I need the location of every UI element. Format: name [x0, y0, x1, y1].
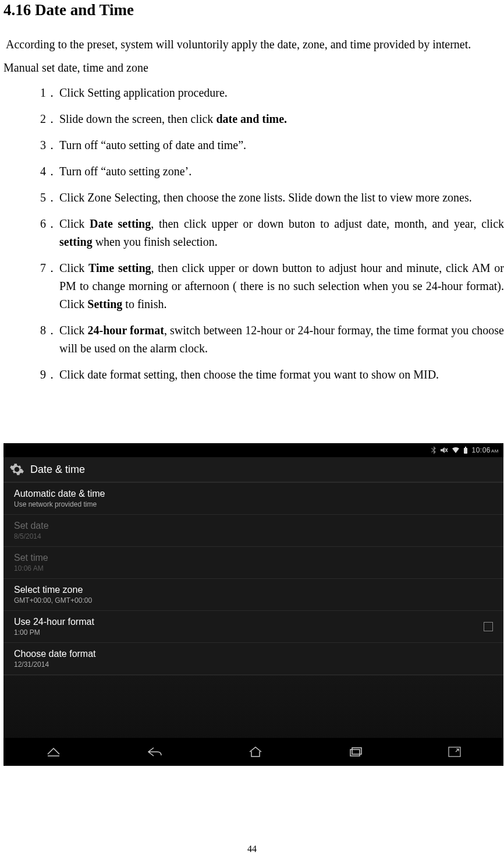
step-number: 1． [40, 84, 58, 102]
empty-area [3, 675, 503, 744]
step-item: 6．Click Date setting, then click upper o… [40, 215, 504, 251]
row-title: Set date [14, 521, 49, 531]
settings-row: Set time10:06 AM [3, 547, 503, 579]
nav-up-icon[interactable] [46, 746, 61, 758]
row-subtitle: 10:06 AM [14, 564, 48, 572]
svg-rect-3 [465, 447, 466, 448]
wifi-icon [452, 447, 460, 454]
step-number: 4． [40, 162, 58, 181]
section-heading: 4.16 Date and Time [3, 1, 504, 19]
row-subtitle: 1:00 PM [14, 628, 94, 637]
step-item: 5．Click Zone Selecting, then choose the … [40, 189, 504, 207]
step-item: 1．Click Setting application procedure. [40, 84, 504, 102]
recents-icon[interactable] [349, 746, 363, 758]
navigation-bar [3, 738, 503, 766]
steps-list: 1．Click Setting application procedure.2．… [3, 84, 504, 384]
settings-row: Set date8/5/2014 [3, 515, 503, 547]
row-subtitle: GMT+00:00, GMT+00:00 [14, 596, 92, 605]
screenshot-icon[interactable] [448, 747, 461, 757]
row-title: Choose date format [14, 649, 96, 659]
back-icon[interactable] [147, 746, 163, 758]
settings-icon[interactable] [9, 462, 24, 477]
row-subtitle: 12/31/2014 [14, 660, 96, 669]
manual-heading: Manual set date, time and zone [3, 61, 504, 75]
settings-list: Automatic date & timeUse network provide… [3, 483, 503, 675]
mute-icon [440, 447, 448, 454]
step-number: 8． [40, 321, 58, 340]
step-item: 2．Slide down the screen, then click date… [40, 110, 504, 128]
app-bar: Date & time [3, 457, 503, 483]
page-number: 44 [0, 844, 504, 854]
device-screenshot: 10:06AM Date & time Automatic date & tim… [3, 443, 503, 766]
step-number: 9． [40, 366, 58, 384]
step-item: 4．Turn off “auto setting zone’. [40, 162, 504, 181]
row-title: Use 24-hour format [14, 617, 94, 627]
row-title: Automatic date & time [14, 489, 105, 499]
battery-icon [463, 447, 468, 454]
status-time: 10:06AM [471, 446, 499, 454]
intro-paragraph: According to the preset, system will vol… [6, 36, 504, 53]
home-icon[interactable] [248, 746, 263, 758]
settings-row[interactable]: Choose date format12/31/2014 [3, 643, 503, 675]
step-item: 7．Click Time setting, then click upper o… [40, 259, 504, 313]
step-item: 3．Turn off “auto setting of date and tim… [40, 136, 504, 154]
settings-row[interactable]: Automatic date & timeUse network provide… [3, 483, 503, 515]
step-number: 5． [40, 189, 58, 207]
row-title: Select time zone [14, 585, 92, 595]
appbar-title: Date & time [30, 464, 85, 476]
settings-row[interactable]: Use 24-hour format1:00 PM [3, 611, 503, 643]
step-number: 6． [40, 215, 58, 233]
step-item: 9．Click date format setting, then choose… [40, 366, 504, 384]
settings-row[interactable]: Select time zoneGMT+00:00, GMT+00:00 [3, 579, 503, 611]
row-title: Set time [14, 553, 48, 563]
row-subtitle: Use network provided time [14, 500, 105, 508]
step-number: 7． [40, 259, 58, 277]
status-bar: 10:06AM [3, 443, 503, 457]
svg-rect-2 [464, 448, 467, 454]
bluetooth-icon [431, 446, 436, 454]
checkbox-icon[interactable] [484, 622, 493, 631]
step-item: 8．Click 24-hour format, switch between 1… [40, 321, 504, 358]
step-number: 2． [40, 110, 58, 128]
row-subtitle: 8/5/2014 [14, 532, 49, 540]
step-number: 3． [40, 136, 58, 154]
